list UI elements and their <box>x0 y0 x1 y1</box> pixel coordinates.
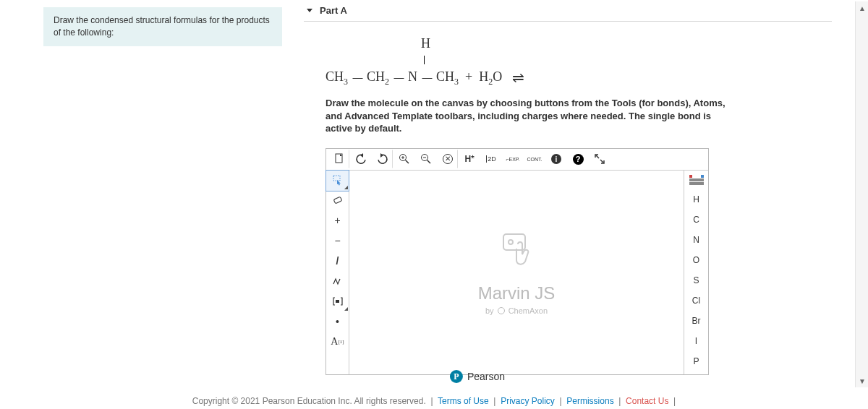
svg-rect-16 <box>701 175 704 178</box>
charge-plus-tool[interactable]: + <box>326 211 349 231</box>
copyright-text: Copyright © 2021 Pearson Education Inc. … <box>192 396 426 406</box>
periodic-table-button[interactable] <box>684 171 708 189</box>
svg-rect-10 <box>333 176 340 181</box>
svg-line-2 <box>406 160 409 164</box>
chain-tool[interactable] <box>326 272 349 292</box>
pearson-brand: P Pearson <box>450 370 505 383</box>
svg-rect-17 <box>689 178 704 181</box>
drawing-canvas[interactable]: Marvin JS by ChemAxon <box>349 171 684 374</box>
page-footer: Copyright © 2021 Pearson Education Inc. … <box>0 393 868 409</box>
editor-top-toolbar: ✕ H± 2D ⌐EXP. CONT. i ? <box>326 149 708 171</box>
atom-h[interactable]: H <box>684 189 708 210</box>
single-bond-tool[interactable]: / <box>326 251 349 272</box>
vertical-scrollbar[interactable]: ▲ ▼ <box>855 1 868 387</box>
undo-button[interactable] <box>351 150 371 168</box>
hydrogen-toggle-button[interactable]: H± <box>459 150 480 168</box>
zoom-out-button[interactable] <box>416 150 436 168</box>
info-button[interactable]: i <box>546 150 566 168</box>
selection-tool[interactable] <box>326 171 349 191</box>
zoom-in-button[interactable] <box>394 150 414 168</box>
atom-s[interactable]: S <box>684 270 708 290</box>
scroll-down-button[interactable]: ▼ <box>856 374 868 387</box>
atom-cl[interactable]: Cl <box>684 290 708 311</box>
tools-toolbar: + − / • A[1] <box>326 171 349 374</box>
caret-down-icon <box>307 9 312 12</box>
footer-link-privacy[interactable]: Privacy Policy <box>501 396 555 406</box>
export-button[interactable]: ⌐EXP. <box>503 150 523 168</box>
scroll-up-button[interactable]: ▲ <box>856 1 868 14</box>
footer-link-permissions[interactable]: Permissions <box>566 396 613 406</box>
charge-minus-tool[interactable]: − <box>326 231 349 251</box>
atom-br[interactable]: Br <box>684 311 708 331</box>
pearson-logo-icon: P <box>450 370 463 383</box>
svg-line-6 <box>427 160 431 164</box>
radical-tool[interactable]: • <box>326 312 349 332</box>
svg-line-8 <box>596 155 599 158</box>
atom-o[interactable]: O <box>684 250 708 270</box>
svg-point-14 <box>509 240 513 244</box>
part-header[interactable]: Part A <box>304 0 832 22</box>
atom-n[interactable]: N <box>684 230 708 250</box>
clear-button[interactable]: ✕ <box>438 150 458 168</box>
atom-i[interactable]: I <box>684 331 708 351</box>
svg-line-9 <box>600 160 603 163</box>
touch-hand-icon <box>496 230 537 277</box>
canvas-watermark-title: Marvin JS <box>478 283 556 303</box>
pearson-name: Pearson <box>467 371 505 382</box>
svg-rect-12 <box>336 300 339 303</box>
instructions-text: Draw the molecule on the canvas by choos… <box>326 97 731 135</box>
eraser-tool[interactable] <box>326 191 349 211</box>
atom-label-tool[interactable]: A[1] <box>326 332 349 353</box>
chemistry-editor: ✕ H± 2D ⌐EXP. CONT. i ? <box>326 148 709 375</box>
footer-link-terms[interactable]: Terms of Use <box>438 396 489 406</box>
atom-p[interactable]: P <box>684 351 708 371</box>
new-document-button[interactable] <box>329 150 349 168</box>
svg-rect-11 <box>333 197 342 204</box>
fullscreen-button[interactable] <box>590 150 610 168</box>
footer-link-contact[interactable]: Contact Us <box>626 396 668 406</box>
part-title: Part A <box>320 5 347 16</box>
reaction-equation: H CH3 — CH2 — N — CH3 + H2O ⇌ <box>326 36 832 87</box>
bracket-tool[interactable] <box>326 292 349 312</box>
help-button[interactable]: ? <box>568 150 588 168</box>
atoms-toolbar: H C N O S Cl Br I P <box>684 171 708 374</box>
contract-button[interactable]: CONT. <box>524 150 545 168</box>
svg-rect-18 <box>689 182 704 185</box>
svg-rect-15 <box>689 175 692 178</box>
canvas-watermark-byline: by ChemAxon <box>485 306 548 315</box>
atom-c[interactable]: C <box>684 210 708 230</box>
question-prompt: Draw the condensed structural formulas f… <box>43 7 282 46</box>
view-2d-button[interactable]: 2D <box>481 150 501 168</box>
redo-button[interactable] <box>373 150 393 168</box>
